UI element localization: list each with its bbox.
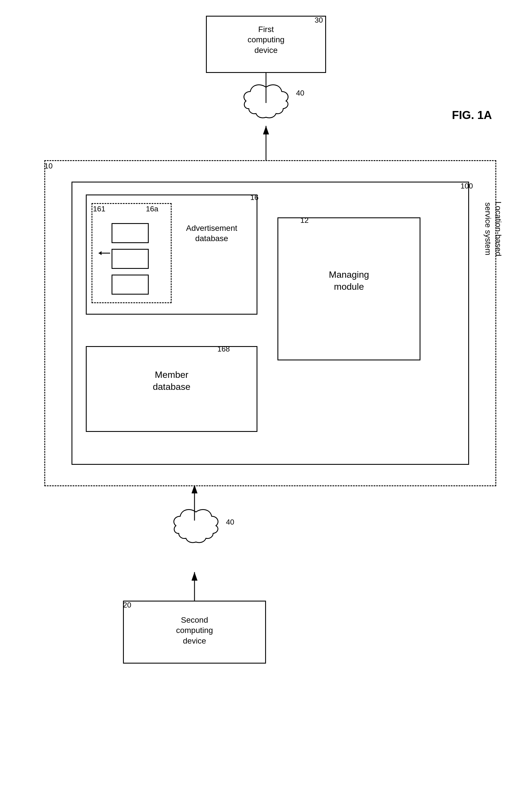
advertisement-database-label: Advertisement database xyxy=(172,223,252,244)
first-computing-device-label: First computing device xyxy=(206,24,326,56)
ref-40-top: 40 xyxy=(296,89,304,98)
ref-12: 12 xyxy=(300,216,309,225)
ad-record-2 xyxy=(112,249,149,269)
location-based-service-system-label: Location-based service system xyxy=(482,200,504,257)
ref-16a: 16a xyxy=(146,205,158,213)
ref-20: 20 xyxy=(123,601,131,610)
ref-30: 30 xyxy=(315,16,323,25)
second-computing-device-label: Second computing device xyxy=(123,615,266,646)
ref-161: 161 xyxy=(93,205,105,213)
ref-100: 100 xyxy=(460,181,473,191)
ref-40-bottom: 40 xyxy=(226,518,234,526)
member-database-label: Member database xyxy=(86,369,258,393)
managing-module-label: Managing module xyxy=(278,269,420,293)
svg-marker-11 xyxy=(99,251,101,255)
ref-168: 168 xyxy=(217,345,230,353)
bottom-cloud-icon xyxy=(170,506,222,552)
ad-record-1 xyxy=(112,223,149,243)
ref-16: 16 xyxy=(250,193,259,202)
ad-record-3 xyxy=(112,275,149,295)
inner-arrow-icon xyxy=(97,249,112,257)
top-cloud-icon xyxy=(240,81,292,127)
figure-title: FIG. 1A xyxy=(452,109,492,121)
ref-10: 10 xyxy=(44,161,53,171)
